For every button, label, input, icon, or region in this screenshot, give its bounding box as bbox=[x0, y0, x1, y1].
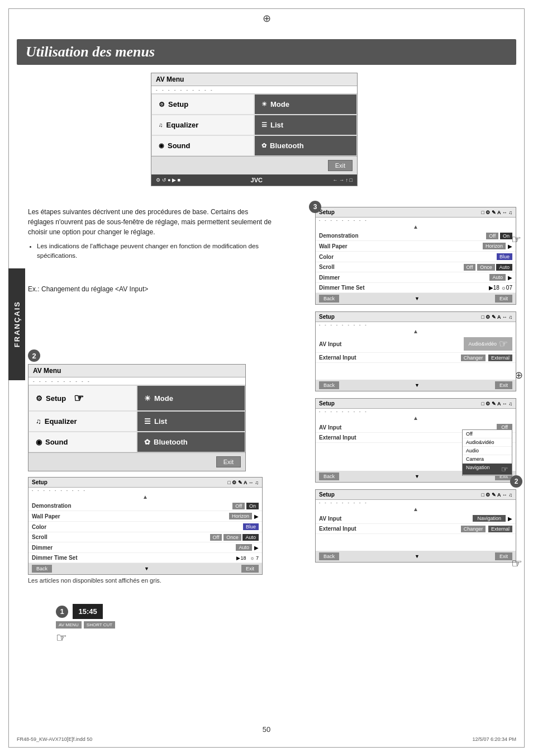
step2-list[interactable]: ☰ List bbox=[137, 411, 245, 432]
jvc-logo: JVC bbox=[251, 177, 263, 183]
avinput1-row2: External Input Changer External bbox=[316, 353, 516, 363]
avinput3-up: ▲ bbox=[316, 505, 516, 513]
step2-bluetooth[interactable]: ✿ Bluetooth bbox=[137, 432, 245, 452]
step2-sound[interactable]: ◉ Sound bbox=[28, 432, 137, 452]
avinput1-label: AV Input bbox=[319, 341, 341, 347]
menu-item-mode[interactable]: ☀ Mode bbox=[254, 94, 357, 115]
avinput1-back[interactable]: Back bbox=[319, 381, 339, 389]
dropdown-item-navigation[interactable]: Navigation ☞ bbox=[463, 464, 512, 475]
screen3-scroll: Scroll Off Once Auto bbox=[316, 262, 516, 272]
menu-item-bluetooth-label: Bluetooth bbox=[270, 141, 304, 150]
screen3-back[interactable]: Back bbox=[319, 295, 339, 303]
screen-avinput1: Setup □ ⚙ ✎ A ↔ ♫ - - - - - - - - - ▲ AV… bbox=[315, 311, 516, 391]
gear-icon: ⚙ bbox=[159, 101, 165, 108]
menu-item-equalizer[interactable]: ♫ Equalizer bbox=[151, 115, 254, 135]
step2-grid: ⚙ Setup ☞ ☀ Mode ♫ Equalizer ☰ List ◉ So… bbox=[28, 385, 245, 452]
step2-exit[interactable]: Exit bbox=[216, 456, 241, 467]
setup-footer-s2: Back ▼ Exit bbox=[28, 563, 262, 574]
av-menu-dots: - - - - - - - - - - bbox=[151, 86, 357, 94]
screen-avinput2: 2 Setup □ ⚙ ✎ A ↔ ♫ - - - - - - - - - ▲ … bbox=[315, 398, 516, 483]
back-button-s2[interactable]: Back bbox=[32, 565, 52, 573]
avinput2-back[interactable]: Back bbox=[319, 472, 339, 480]
footer-left: FR48-59_KW-AVX710[E]f.indd 50 bbox=[17, 736, 92, 742]
avinput3-title: Setup bbox=[319, 492, 335, 498]
avinput1-dots: - - - - - - - - - bbox=[316, 322, 516, 327]
setup-screen-step2: Setup □ ⚙ ✎ A ↔ ♫ - - - - - - - - - - ▲ … bbox=[28, 477, 263, 575]
menu-item-mode-label: Mode bbox=[270, 100, 289, 108]
screen3-dimmer-time-val: ▶18 ☼07 bbox=[489, 285, 512, 291]
step2-equalizer[interactable]: ♫ Equalizer bbox=[28, 411, 137, 432]
color-val-s2[interactable]: Blue bbox=[243, 523, 259, 530]
avinput1-exit[interactable]: Exit bbox=[495, 381, 512, 389]
ext-input1-label: External Input bbox=[319, 355, 356, 361]
short-cut-button[interactable]: SHORT CUT bbox=[84, 621, 115, 629]
exit-button[interactable]: Exit bbox=[328, 160, 353, 171]
title-banner: Utilisation des menus bbox=[17, 39, 516, 65]
screen3-dimmer-val: Auto ▶ bbox=[489, 274, 512, 281]
dropdown-item-audio-video[interactable]: Audio&vidéo bbox=[463, 438, 512, 447]
dropdown-menu: Off Audio&vidéo Audio Camera Navigation … bbox=[462, 429, 512, 476]
avinput2-tabs: □ ⚙ ✎ A ↔ ♫ bbox=[481, 401, 512, 407]
bluetooth-icon: ✿ bbox=[261, 142, 266, 149]
page-title: Utilisation des menus bbox=[26, 44, 507, 60]
menu-item-setup[interactable]: ⚙ Setup bbox=[151, 94, 254, 115]
avinput3-row1: AV Input Navigation ▶ bbox=[316, 513, 516, 524]
menu-item-sound[interactable]: ◉ Sound bbox=[151, 135, 254, 156]
screen3-demo-label: Demonstration bbox=[319, 233, 359, 239]
step1-container: 1 15:45 AV MENU SHORT CUT ☞ bbox=[56, 604, 115, 645]
avinput3-footer: Back ▼ Exit bbox=[316, 551, 516, 562]
avinput3-tabs: □ ⚙ ✎ A ↔ ♫ bbox=[481, 492, 512, 498]
avinput3-back[interactable]: Back bbox=[319, 552, 339, 560]
avinput1-title: Setup bbox=[319, 314, 335, 320]
avinput2-header: Setup □ ⚙ ✎ A ↔ ♫ bbox=[316, 399, 516, 409]
step2-list-icon: ☰ bbox=[144, 417, 151, 426]
jvc-controls-left: ⚙ ↺ ● ▶ ■ bbox=[156, 177, 180, 183]
avinput3-exit[interactable]: Exit bbox=[495, 552, 512, 560]
hand-cursor-step1: ☞ bbox=[56, 631, 115, 645]
screen3-exit[interactable]: Exit bbox=[495, 295, 512, 303]
page-number: 50 bbox=[263, 725, 270, 734]
spacer3 bbox=[316, 534, 516, 551]
avinput1-up: ▲ bbox=[316, 327, 516, 336]
avinput3-val: Navigation ▶ bbox=[473, 515, 512, 522]
step2-eq-icon: ♫ bbox=[36, 417, 41, 426]
screen3-dimmer: Dimmer Auto ▶ bbox=[316, 272, 516, 283]
screen3-dimmer-label: Dimmer bbox=[319, 275, 340, 281]
exit-button-s2[interactable]: Exit bbox=[241, 565, 259, 573]
step2-circle: 2 bbox=[28, 349, 40, 362]
avinput1-header: Setup □ ⚙ ✎ A ↔ ♫ bbox=[316, 312, 516, 322]
step2-gear-icon: ⚙ bbox=[36, 394, 42, 403]
avinput2-up: ▲ bbox=[316, 414, 516, 422]
step2-sound-label: Sound bbox=[45, 438, 68, 446]
step2-setup[interactable]: ⚙ Setup ☞ bbox=[28, 385, 137, 411]
scroll-label-s2: Scroll bbox=[32, 534, 47, 540]
step2-mode[interactable]: ☀ Mode bbox=[137, 385, 245, 411]
menu-item-list[interactable]: ☰ List bbox=[254, 115, 357, 135]
dropdown-item-off[interactable]: Off bbox=[463, 430, 512, 438]
jvc-bar: ⚙ ↺ ● ▶ ■ JVC ← → ↑ □ bbox=[151, 174, 357, 186]
avinput1-tabs: □ ⚙ ✎ A ↔ ♫ bbox=[481, 314, 512, 320]
step2-eq-label: Equalizer bbox=[45, 417, 77, 426]
time-display: 15:45 bbox=[73, 604, 102, 619]
screen3-title: Setup bbox=[319, 209, 335, 215]
screen3-footer: Back ▼ Exit bbox=[316, 293, 516, 304]
dropdown-item-camera[interactable]: Camera bbox=[463, 455, 512, 464]
menu-item-bluetooth[interactable]: ✿ Bluetooth bbox=[254, 135, 357, 156]
eq-icon: ♫ bbox=[159, 122, 163, 128]
crosshair-top: ⊕ bbox=[263, 12, 271, 25]
step2-av-header: AV Menu bbox=[28, 365, 245, 377]
av-menu-header: AV Menu bbox=[151, 73, 357, 86]
setup-dots-s2: - - - - - - - - - - bbox=[28, 488, 262, 493]
right-column: 3 Setup □ ⚙ ✎ A ↔ ♫ - - - - - - - - - ▲ … bbox=[315, 207, 516, 569]
demo-label-s2: Demonstration bbox=[32, 503, 72, 509]
screen3-demo: Demonstration Off On ☞ bbox=[316, 231, 516, 241]
screen3-color-val[interactable]: Blue bbox=[497, 253, 512, 260]
screen3-wallpaper: Wall Paper Horizon ▶ bbox=[316, 241, 516, 252]
step2-indicator-r: 2 bbox=[510, 475, 522, 488]
bottom-bar: FR48-59_KW-AVX710[E]f.indd 50 12/5/07 6:… bbox=[0, 736, 533, 742]
avinput1-row1: AV Input Audio&vidéo ☞ bbox=[316, 336, 516, 353]
dropdown-item-audio[interactable]: Audio bbox=[463, 447, 512, 455]
av-menu-button[interactable]: AV MENU bbox=[56, 621, 82, 629]
menu-item-sound-label: Sound bbox=[168, 141, 190, 150]
french-para1: Les étapes suivantes décrivent une des p… bbox=[28, 207, 274, 237]
